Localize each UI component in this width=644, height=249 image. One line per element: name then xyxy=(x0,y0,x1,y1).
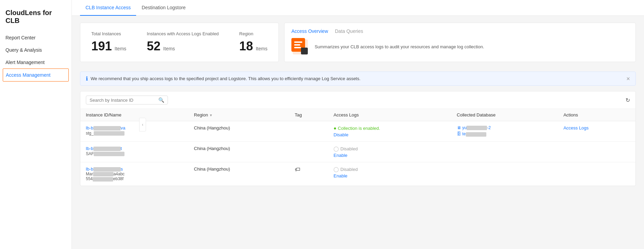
stat-total-instances-unit: Items xyxy=(115,46,126,51)
db-icon-1a: 🖥 xyxy=(457,125,461,130)
status-dot-gray-3: ◯ xyxy=(333,166,339,172)
refresh-button[interactable]: ↻ xyxy=(626,97,630,103)
svg-rect-5 xyxy=(301,48,308,54)
table-row: lb-bs Mara4abc 554eb38f China (Hangzhou)… xyxy=(80,162,635,186)
info-banner-close-button[interactable]: × xyxy=(626,76,630,82)
info-banner: ℹ We recommend that you ship access logs… xyxy=(80,72,636,86)
sidebar-item-query-analysis[interactable]: Query & Analysis xyxy=(0,44,71,56)
stat-instances-with-logs-label: Instances with Access Logs Enabled xyxy=(147,31,219,36)
stat-total-instances-value: 191 xyxy=(91,39,112,53)
cell-region-3: China (Hangzhou) xyxy=(188,162,289,186)
access-logs-disable-link-1[interactable]: Disable xyxy=(333,132,446,137)
col-header-instance-id-name: Instance ID/Name xyxy=(80,109,188,121)
cell-access-logs-1: ● Collection is enabled. Disable xyxy=(328,121,451,142)
col-header-actions: Actions xyxy=(558,109,635,121)
svg-rect-3 xyxy=(294,44,300,46)
info-banner-message: We recommend that you ship access logs t… xyxy=(91,76,360,81)
cell-collected-db-3 xyxy=(451,162,558,186)
status-dot-gray-2: ◯ xyxy=(333,146,339,151)
access-logs-action-link-1[interactable]: Access Logs xyxy=(563,125,589,130)
access-logs-label-2: Disabled xyxy=(340,146,358,151)
access-logs-label-3: Disabled xyxy=(340,167,358,172)
instance-id-link-3[interactable]: lb-bs xyxy=(86,166,183,172)
overview-card: Access Overview Data Queries xyxy=(284,23,636,62)
sidebar-item-access-management[interactable]: Access Management xyxy=(3,69,69,82)
tab-clb-instance-access[interactable]: CLB Instance Access xyxy=(80,0,136,16)
svg-rect-4 xyxy=(294,47,301,48)
top-row: Total Instances 191 Items Instances with… xyxy=(80,23,636,67)
region-sort-icon[interactable]: ▼ xyxy=(209,113,213,117)
cell-instance-id-1: lb-bva stg_ xyxy=(80,121,188,142)
table-row: lb-bt SAF China (Hangzhou) ◯ Disabled En… xyxy=(80,142,635,162)
stat-region: Region 18 Items xyxy=(239,31,267,53)
access-logs-enable-link-3[interactable]: Enable xyxy=(333,173,446,178)
stat-region-unit: Items xyxy=(256,46,267,51)
sidebar-item-alert-management[interactable]: Alert Management xyxy=(0,56,71,69)
search-input[interactable] xyxy=(90,98,156,103)
cell-access-logs-2: ◯ Disabled Enable xyxy=(328,142,451,162)
stat-instances-with-logs-unit: Items xyxy=(163,46,175,51)
stat-region-label: Region xyxy=(239,31,267,36)
cell-instance-id-2: lb-bt SAF xyxy=(80,142,188,162)
collected-db-entry-1a: 🖥 yu-2 xyxy=(457,125,553,130)
cell-actions-1: Access Logs xyxy=(558,121,635,142)
status-dot-green-1: ● xyxy=(333,125,336,131)
col-header-collected-database: Collected Database xyxy=(451,109,558,121)
tag-icon-3: 🏷 xyxy=(295,166,300,172)
overview-tab-access[interactable]: Access Overview xyxy=(291,28,328,34)
main-content: ‹ CLB Instance Access Destination Logsto… xyxy=(72,0,644,249)
access-logs-label-1: Collection is enabled. xyxy=(338,126,380,131)
table-row: lb-bva stg_ China (Hangzhou) ● Collectio… xyxy=(80,121,635,142)
stat-region-value: 18 xyxy=(239,39,253,53)
instance-table: Instance ID/Name Region ▼ Tag Access Log… xyxy=(80,109,635,186)
sidebar: CloudLens for CLB Report Center Query & … xyxy=(0,0,72,249)
table-header-row: Instance ID/Name Region ▼ Tag Access Log… xyxy=(80,109,635,121)
table-toolbar: 🔍 ↻ xyxy=(80,91,635,109)
db-icon-1b: 🗄 xyxy=(457,132,461,136)
stat-total-instances-value-row: 191 Items xyxy=(91,39,126,53)
access-logs-status-disabled-3: ◯ Disabled xyxy=(333,166,446,172)
stat-instances-with-logs-value-row: 52 Items xyxy=(147,39,219,53)
instance-id-link-2[interactable]: lb-bt xyxy=(86,146,183,151)
overview-tab-data-queries[interactable]: Data Queries xyxy=(335,28,363,34)
cell-collected-db-2 xyxy=(451,142,558,162)
info-icon: ℹ xyxy=(86,75,88,82)
stat-instances-with-logs: Instances with Access Logs Enabled 52 It… xyxy=(147,31,219,53)
app-title: CloudLens for CLB xyxy=(0,3,71,32)
main-tabs: CLB Instance Access Destination Logstore xyxy=(72,0,644,16)
search-icon: 🔍 xyxy=(158,97,164,103)
access-logs-status-disabled-2: ◯ Disabled xyxy=(333,146,446,151)
sidebar-item-report-center[interactable]: Report Center xyxy=(0,32,71,44)
overview-description: Summarizes your CLB access logs to audit… xyxy=(315,43,484,50)
instance-id-link-1[interactable]: lb-bva xyxy=(86,125,183,130)
cell-region-1: China (Hangzhou) xyxy=(188,121,289,142)
col-header-tag: Tag xyxy=(289,109,328,121)
info-banner-left: ℹ We recommend that you ship access logs… xyxy=(86,75,360,82)
search-box[interactable]: 🔍 xyxy=(86,96,168,104)
cell-access-logs-3: ◯ Disabled Enable xyxy=(328,162,451,186)
collected-db-link-1b[interactable]: te xyxy=(462,132,486,136)
cell-tag-3: 🏷 xyxy=(289,162,328,186)
stat-total-instances-label: Total Instances xyxy=(91,31,126,36)
instance-name-3: Mara4abc 554eb38f xyxy=(86,172,183,182)
col-header-region: Region ▼ xyxy=(188,109,289,121)
sidebar-collapse-button[interactable]: ‹ xyxy=(139,118,146,132)
overview-icon xyxy=(291,38,309,56)
instance-name-2: SAF xyxy=(86,151,124,156)
cell-collected-db-1: 🖥 yu-2 🗄 te xyxy=(451,121,558,142)
table-section: 🔍 ↻ Instance ID/Name Region ▼ Tag Access… xyxy=(80,91,636,186)
instance-name-1: stg_ xyxy=(86,131,124,136)
overview-tabs: Access Overview Data Queries xyxy=(291,28,629,34)
collected-db-link-1a[interactable]: yu-2 xyxy=(462,125,491,130)
content-area: Total Instances 191 Items Instances with… xyxy=(72,16,644,249)
access-logs-enable-link-2[interactable]: Enable xyxy=(333,153,446,158)
cell-actions-3 xyxy=(558,162,635,186)
cell-instance-id-3: lb-bs Mara4abc 554eb38f xyxy=(80,162,188,186)
stat-region-value-row: 18 Items xyxy=(239,39,267,53)
cell-tag-2 xyxy=(289,142,328,162)
tab-destination-logstore[interactable]: Destination Logstore xyxy=(136,0,191,16)
stat-instances-with-logs-value: 52 xyxy=(147,39,160,53)
stat-total-instances: Total Instances 191 Items xyxy=(91,31,126,53)
cell-region-2: China (Hangzhou) xyxy=(188,142,289,162)
collected-db-entry-1b: 🗄 te xyxy=(457,132,553,136)
